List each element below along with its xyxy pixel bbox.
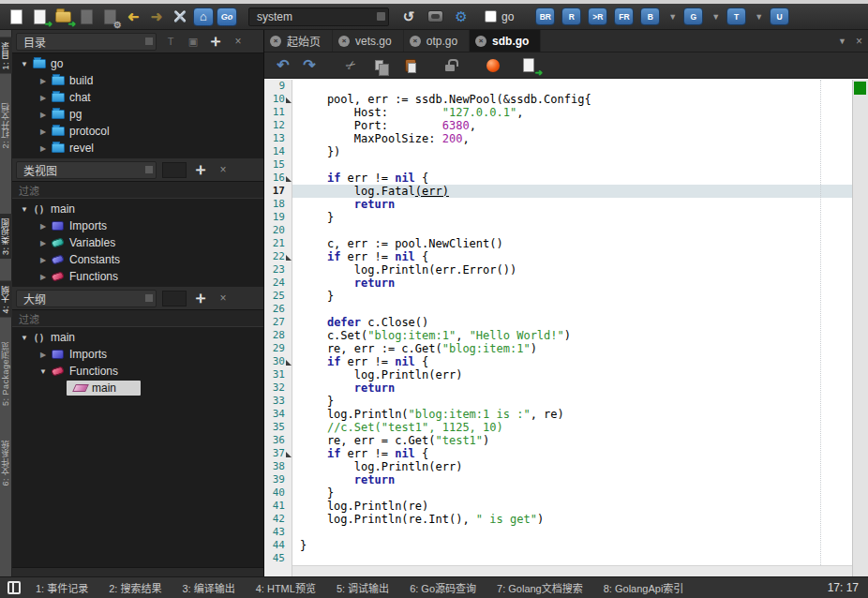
side-tab-4[interactable]: 4: 大纲: [0, 281, 12, 318]
expanded-arrow-icon[interactable]: ▼: [20, 60, 29, 68]
tab-close-icon[interactable]: ×: [410, 36, 421, 47]
tree-item[interactable]: ▼Functions: [12, 363, 263, 380]
classview-panel-title-combo[interactable]: 类视图: [16, 161, 157, 179]
collapsed-arrow-icon[interactable]: ▶: [38, 239, 48, 247]
code-line[interactable]: 37 if err != nil {: [264, 447, 868, 460]
tree-item[interactable]: ▶revel: [12, 140, 263, 157]
fold-marker-icon[interactable]: [286, 97, 292, 103]
side-tab-6[interactable]: 6: 文件系统: [0, 436, 12, 490]
code-line[interactable]: 21 c, err := pool.NewClient(): [264, 237, 868, 250]
panel-combo-button[interactable]: [145, 294, 153, 302]
fold-marker-icon[interactable]: [286, 255, 292, 261]
save-all-icon[interactable]: ⚙: [99, 7, 120, 27]
editor-tab-vets.go[interactable]: ×vets.go: [333, 30, 404, 52]
editor-tab-起始页[interactable]: ×起始页: [264, 30, 333, 52]
tab-close-icon[interactable]: ×: [856, 35, 862, 48]
code-line[interactable]: 15: [264, 158, 868, 172]
close-icon[interactable]: ×: [230, 34, 247, 49]
code-line[interactable]: 41 log.Println(re): [264, 500, 868, 513]
code-line[interactable]: 34 log.Println("blog:item:1 is :", re): [264, 408, 868, 421]
tree-item[interactable]: ▶pg: [12, 106, 263, 123]
code-line[interactable]: 30 if err != nil {: [264, 355, 868, 368]
dropdown-arrow-icon[interactable]: ▼: [668, 12, 677, 22]
save-file-icon[interactable]: [76, 7, 97, 27]
output-tab-3[interactable]: 3: 编译输出: [182, 580, 234, 595]
collapsed-arrow-icon[interactable]: ▶: [38, 351, 48, 359]
code-line[interactable]: 29 re, err := c.Get("blog:item:1"): [264, 342, 868, 355]
side-tab-1[interactable]: 1: 目录: [0, 37, 12, 74]
code-line[interactable]: 38 log.Println(err): [264, 460, 868, 473]
expanded-arrow-icon[interactable]: ▼: [38, 367, 48, 376]
tree-item[interactable]: ▶Variables: [12, 234, 263, 251]
tree-item[interactable]: ▶Imports: [12, 217, 263, 234]
fold-marker-icon[interactable]: [286, 360, 292, 366]
forward-icon[interactable]: ➜: [146, 7, 167, 27]
build-button-B[interactable]: B: [640, 7, 660, 25]
go-docs-button[interactable]: Go: [217, 7, 237, 26]
code-line[interactable]: 35 //c.Set("test1", 1125, 10): [264, 421, 868, 434]
export-icon[interactable]: ➜: [517, 55, 540, 76]
output-tab-7[interactable]: 7: Golang文档搜索: [497, 580, 583, 595]
code-line[interactable]: 11 Host: "127.0.0.1",: [264, 106, 868, 119]
code-line[interactable]: 39 return: [264, 473, 868, 486]
tree-item[interactable]: main: [12, 380, 263, 396]
code-line[interactable]: 20: [264, 224, 868, 237]
side-tab-2[interactable]: 2: 打开文档: [0, 98, 12, 153]
code-line[interactable]: 32 return: [264, 381, 868, 395]
outline-panel-title-combo[interactable]: 大纲: [16, 290, 157, 307]
collapsed-arrow-icon[interactable]: ▶: [38, 273, 48, 281]
collapsed-arrow-icon[interactable]: ▶: [38, 111, 48, 119]
code-line[interactable]: 9: [264, 80, 868, 93]
undo-icon[interactable]: ↶: [272, 55, 294, 76]
code-line[interactable]: 28 c.Set("blog:item:1", "Hello World!"): [264, 329, 868, 342]
sync-icon[interactable]: ↺: [398, 7, 419, 27]
code-line[interactable]: 23 log.Println(err.Error()): [264, 263, 868, 277]
close-icon[interactable]: ×: [215, 291, 232, 306]
tree-item[interactable]: ▶Functions: [12, 268, 263, 285]
build-button-FR[interactable]: FR: [614, 7, 634, 25]
code-editor[interactable]: 910 pool, err := ssdb.NewPool(&ssdb.Conf…: [264, 80, 868, 576]
panel-horizontal-scrollbar[interactable]: [12, 567, 263, 576]
directory-panel-title-combo[interactable]: 目录: [16, 33, 157, 51]
tab-list-dropdown-icon[interactable]: ▼: [838, 37, 846, 46]
output-tab-6[interactable]: 6: Go源码查询: [410, 580, 476, 595]
collapsed-arrow-icon[interactable]: ▶: [38, 94, 48, 102]
editor-horizontal-scrollbar[interactable]: [292, 565, 852, 576]
output-tab-1[interactable]: 1: 事件记录: [36, 580, 88, 595]
build-button-R[interactable]: >R: [588, 7, 607, 25]
side-tab-3[interactable]: 3: 类视图: [0, 214, 12, 259]
expanded-arrow-icon[interactable]: ▼: [20, 334, 29, 342]
home-button[interactable]: ⌂: [193, 7, 214, 26]
tree-item[interactable]: ▶Imports: [12, 346, 263, 363]
code-line[interactable]: 16 if err != nil {: [264, 172, 868, 185]
collapsed-arrow-icon[interactable]: ▶: [38, 127, 48, 136]
panel-combo-button[interactable]: [145, 166, 153, 173]
open-file-icon[interactable]: ➜: [29, 7, 50, 27]
dropdown-arrow-icon[interactable]: ▼: [755, 12, 763, 22]
panel-combo-button[interactable]: [145, 37, 153, 45]
record-icon[interactable]: [482, 55, 504, 76]
editor-tab-sdb.go[interactable]: ×sdb.go: [470, 30, 541, 52]
float-icon[interactable]: ✛: [207, 34, 224, 49]
env-button-U[interactable]: U: [770, 7, 789, 25]
combo-button[interactable]: [377, 12, 385, 21]
open-folder-icon[interactable]: ➜: [52, 7, 73, 27]
code-line[interactable]: 18 return: [264, 198, 868, 211]
paste-icon[interactable]: [399, 55, 422, 76]
tree-item[interactable]: ▶build: [12, 72, 263, 89]
output-tab-8[interactable]: 8: GolangApi索引: [604, 580, 684, 595]
output-tab-5[interactable]: 5: 调试输出: [337, 580, 389, 595]
tree-item[interactable]: ▶chat: [12, 89, 263, 106]
settings-gear-icon[interactable]: ⚙: [451, 7, 471, 27]
tree-item[interactable]: ▼()main: [12, 329, 263, 346]
collapsed-arrow-icon[interactable]: ▶: [38, 77, 48, 85]
tree-item[interactable]: ▼go: [12, 55, 263, 72]
float-icon[interactable]: ✛: [192, 291, 209, 306]
toggle-output-panel-icon[interactable]: [7, 581, 21, 594]
code-line[interactable]: 22 if err != nil {: [264, 250, 868, 263]
editor-tab-otp.go[interactable]: ×otp.go: [404, 30, 470, 52]
side-tab-5[interactable]: 5: Package浏览: [0, 337, 12, 410]
code-line[interactable]: 36 re, err = c.Get("test1"): [264, 434, 868, 447]
tab-close-icon[interactable]: ×: [475, 36, 486, 47]
code-line[interactable]: 27 defer c.Close(): [264, 316, 868, 329]
